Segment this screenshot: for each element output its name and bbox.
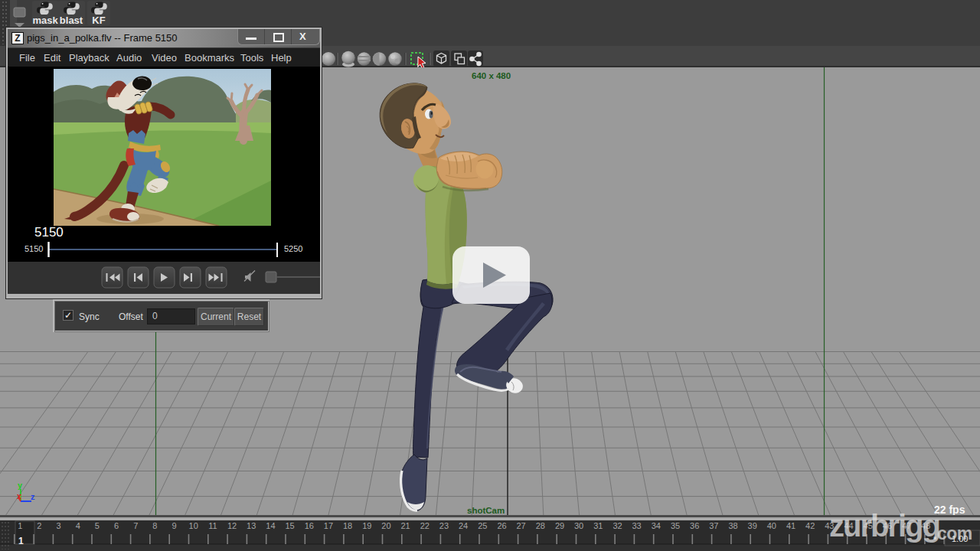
svg-text:10: 10 xyxy=(189,521,198,530)
svg-text:23: 23 xyxy=(439,521,449,530)
svg-text:6: 6 xyxy=(114,521,119,530)
svg-text:18: 18 xyxy=(343,521,352,530)
svg-text:21: 21 xyxy=(400,521,410,530)
svg-text:7: 7 xyxy=(133,521,138,530)
svg-text:1: 1 xyxy=(18,521,22,530)
svg-text:41: 41 xyxy=(786,521,795,530)
svg-text:y: y xyxy=(18,481,23,490)
svg-text:36: 36 xyxy=(690,521,699,530)
svg-text:32: 32 xyxy=(612,521,622,530)
svg-text:5: 5 xyxy=(95,521,100,530)
svg-text:20: 20 xyxy=(381,521,390,530)
svg-text:13: 13 xyxy=(247,521,256,530)
svg-text:34: 34 xyxy=(652,521,661,530)
svg-text:blast: blast xyxy=(60,15,83,26)
svg-text:4: 4 xyxy=(76,521,80,530)
svg-text:38: 38 xyxy=(728,521,737,530)
svg-text:35: 35 xyxy=(671,521,680,530)
svg-text:shotCam: shotCam xyxy=(467,506,505,515)
svg-text:22: 22 xyxy=(420,521,430,530)
svg-text:40: 40 xyxy=(767,521,776,530)
svg-text:12: 12 xyxy=(227,521,237,530)
svg-text:x: x xyxy=(17,491,22,500)
svg-text:39: 39 xyxy=(748,521,757,530)
svg-text:640 x 480: 640 x 480 xyxy=(472,71,511,80)
svg-text:29: 29 xyxy=(555,521,564,530)
svg-text:25: 25 xyxy=(478,521,487,530)
svg-text:mask: mask xyxy=(32,15,58,26)
svg-text:9: 9 xyxy=(172,521,177,530)
svg-text:17: 17 xyxy=(324,521,333,530)
svg-text:24: 24 xyxy=(459,521,468,530)
svg-text:19: 19 xyxy=(362,521,371,530)
svg-text:11: 11 xyxy=(208,521,217,530)
svg-text:28: 28 xyxy=(536,521,545,530)
svg-text:14: 14 xyxy=(266,521,275,530)
svg-text:3: 3 xyxy=(56,521,60,530)
svg-text:KF: KF xyxy=(92,15,105,26)
svg-text:42: 42 xyxy=(805,521,815,530)
svg-text:30: 30 xyxy=(574,521,583,530)
svg-text:1: 1 xyxy=(18,536,24,546)
svg-text:33: 33 xyxy=(632,521,641,530)
svg-text:8: 8 xyxy=(152,521,157,530)
svg-text:z: z xyxy=(31,492,35,501)
svg-text:15: 15 xyxy=(285,521,294,530)
svg-text:26: 26 xyxy=(497,521,506,530)
svg-text:27: 27 xyxy=(516,521,525,530)
svg-text:31: 31 xyxy=(593,521,603,530)
svg-text:2: 2 xyxy=(37,521,41,530)
svg-text:37: 37 xyxy=(709,521,718,530)
svg-text:16: 16 xyxy=(305,521,314,530)
